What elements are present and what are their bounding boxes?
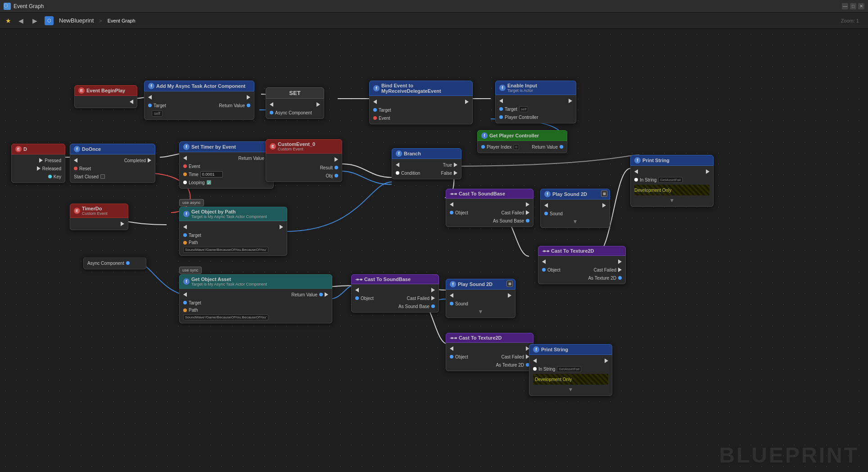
event-begin-play-title: Event BeginPlay [86, 88, 125, 93]
minimize-button[interactable]: — [842, 3, 848, 9]
exec-out-pin[interactable] [130, 100, 133, 104]
get-object-by-path-node: f Get Object by Path Target is My Async … [179, 207, 287, 256]
cast-texture2d-2-title: Cast To Texture2D [459, 335, 502, 340]
set-timer-node: f Set Timer by Event Return Value Event … [179, 141, 274, 189]
print-string-1-title: Print String [642, 158, 669, 163]
get-object-path-title: Get Object by Path [191, 209, 267, 214]
nav-bar: ★ ◀ ▶ ⬡ NewBlueprint > Event Graph Zoom:… [0, 13, 868, 29]
play-sound-2d-1-node: f Play Sound 2D ⊞ Sound ▼ [540, 189, 610, 228]
get-object-path-value: SoundWave'/Game/BecauseOfYou.BecauseOfYo… [183, 247, 268, 253]
cast-texture2d-2-node: ↠↠ Cast To Texture2D Object Cast Failed … [446, 333, 533, 371]
titlebar-title: Event Graph [14, 3, 44, 9]
back-button[interactable]: ◀ [17, 16, 25, 25]
set-timer-title: Set Timer by Event [191, 144, 236, 150]
use-async-button[interactable]: use async [179, 199, 204, 206]
cast-sound-base-1-node: ↠↠ Cast To SoundBase Object Cast Failed … [446, 189, 533, 227]
timer-do-title: TimerDo [82, 206, 108, 211]
titlebar: ⬡ Event Graph — □ ✕ [0, 0, 868, 13]
enable-input-node: f Enable Input Target is Actor Targetsel… [495, 81, 576, 123]
add-async-task-node: f Add My Async Task Actor Component Targ… [144, 81, 254, 120]
maximize-button[interactable]: □ [850, 3, 856, 9]
do-once-title: DoOnce [82, 146, 101, 152]
use-sync-button[interactable]: use sync [179, 267, 202, 274]
play-sound-2d-2-node: f Play Sound 2D ⊞ Sound ▼ [446, 279, 515, 318]
timer-do-node: E TimerDo Custom Event [70, 204, 128, 230]
nav-path[interactable]: NewBlueprint [59, 17, 94, 24]
titlebar-icon: ⬡ [4, 3, 11, 10]
canvas: E Event BeginPlay f Add My Async Task Ac… [0, 29, 868, 472]
cast-texture2d-1-node: ↠↠ Cast To Texture2D Object Cast Failed … [538, 246, 626, 284]
zoom-label: Zoom: 1 [841, 18, 859, 23]
bind-event-title: Bind Event to MyReceiveDelegateEvent [381, 83, 469, 94]
cast-soundbase-2-title: Cast To SoundBase [364, 277, 411, 282]
func-icon: f [148, 83, 154, 89]
play-sound-2d-1-title: Play Sound 2D [552, 191, 587, 197]
nav-separator: > [99, 18, 102, 23]
print-string-1-node: f Print String In StringGetAssetFail Dev… [630, 155, 714, 207]
d-key-title: D [23, 146, 27, 152]
print-string-2-title: Print String [541, 347, 568, 352]
enable-input-subtitle: Target is Actor [507, 88, 537, 93]
blueprint-icon: ⬡ [45, 16, 54, 25]
set-title: SET [289, 90, 300, 96]
set-node: SET Async Component [266, 87, 324, 119]
get-object-asset-subtitle: Target is My Async Task Actor Component [191, 282, 267, 286]
time-input[interactable] [200, 171, 223, 177]
star-icon[interactable]: ★ [5, 17, 11, 24]
get-object-asset-node: f Get Object Asset Target is My Async Ta… [179, 274, 332, 323]
custom-event-0-node: E CustomEvent_0 Custom Event Result Obj [266, 139, 342, 182]
custom-event-title: CustomEvent_0 [278, 141, 315, 147]
close-button[interactable]: ✕ [858, 3, 864, 9]
watermark: BLUEPRINT [719, 443, 859, 467]
print-string-2-node: f Print String In StringGetAssetFail Dev… [529, 344, 612, 396]
get-object-path-subtitle: Target is My Async Task Actor Component [191, 214, 267, 219]
cast-sound-base-2-node: ↠↠ Cast To SoundBase Object Cast Failed … [351, 274, 439, 313]
add-async-title: Add My Async Task Actor Component [156, 83, 245, 89]
cast-soundbase-1-title: Cast To SoundBase [459, 191, 505, 196]
timer-do-subtitle: Custom Event [82, 211, 108, 216]
branch-node: f Branch True Condition False [392, 148, 461, 179]
cast-texture2d-1-title: Cast To Texture2D [551, 248, 594, 254]
get-player-controller-node: f Get Player Controller Player Index0 Re… [477, 130, 567, 153]
async-component-node: Async Component [83, 257, 146, 269]
event-begin-play-node: E Event BeginPlay [74, 85, 137, 108]
d-key-node: E D Pressed Released Key [11, 144, 65, 183]
get-object-asset-title: Get Object Asset [191, 277, 267, 282]
forward-button[interactable]: ▶ [31, 16, 39, 25]
do-once-node: f DoOnce Completed Reset Start Closed [70, 144, 155, 183]
get-player-ctrl-title: Get Player Controller [489, 133, 539, 138]
play-sound-2d-2-title: Play Sound 2D [458, 281, 493, 287]
bind-event-node: f Bind Event to MyReceiveDelegateEvent T… [369, 81, 473, 124]
enable-input-title: Enable Input [507, 83, 537, 88]
custom-event-subtitle: Custom Event [278, 147, 315, 151]
get-object-asset-path-value: SoundWave'/Game/BecauseOfYou.BecauseOfYo… [183, 314, 268, 320]
event-icon: E [78, 87, 85, 94]
branch-title: Branch [404, 151, 421, 156]
nav-current: Event Graph [108, 18, 136, 23]
